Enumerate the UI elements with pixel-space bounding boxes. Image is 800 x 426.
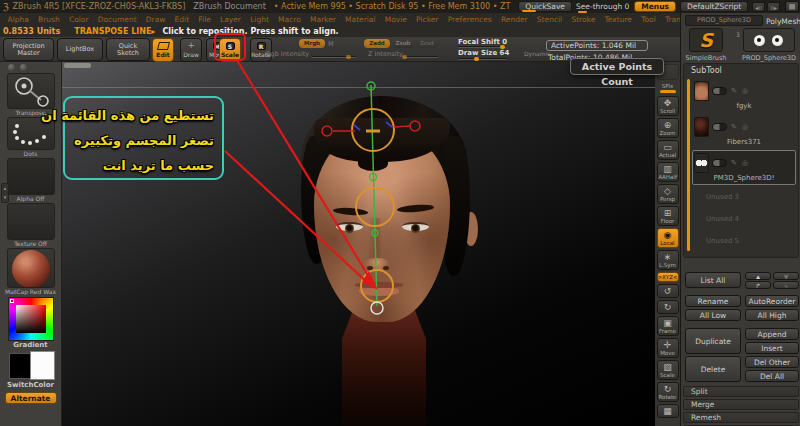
shelf-aahalf-button[interactable]: ▥AAHalf <box>657 162 679 182</box>
list-all-button[interactable]: List All <box>685 272 741 288</box>
see-through-slider[interactable]: See-through 0 <box>576 2 629 11</box>
menu-stencil[interactable]: Stencil <box>532 15 567 24</box>
menu-color[interactable]: Color <box>64 15 93 24</box>
quicksave-button[interactable]: QuickSave <box>518 1 572 12</box>
shelf-rotate-ccw-button[interactable]: ↺ <box>657 284 679 298</box>
current-alpha-tile[interactable] <box>7 158 55 195</box>
current-brush-thumbnail[interactable]: S <box>689 28 723 52</box>
visibility-toggle[interactable] <box>712 159 727 167</box>
subtool-scrollbar[interactable] <box>687 79 690 251</box>
menu-file[interactable]: File <box>194 15 216 24</box>
zcut-toggle[interactable]: Zcut <box>416 39 438 48</box>
all-high-button[interactable]: All High <box>745 309 799 321</box>
shelf-actual-button[interactable]: ▭Actual <box>657 140 679 160</box>
shelf-spix-button[interactable]: SPix <box>657 82 679 94</box>
subtool-unused-slot[interactable]: Unused 6 <box>692 252 796 258</box>
shelf-scroll-button[interactable]: ✥Scroll <box>657 96 679 116</box>
menu-texture[interactable]: Texture <box>600 15 637 24</box>
insert-button[interactable]: Insert <box>745 342 799 354</box>
zsub-toggle[interactable]: Zsub <box>392 39 414 48</box>
menu-layer[interactable]: Layer <box>215 15 245 24</box>
paint-icon[interactable]: ✎ <box>731 123 737 131</box>
paint-icon[interactable]: ✎ <box>731 87 737 95</box>
nav-right-button[interactable]: ⁞⁞▸ <box>767 2 780 12</box>
subtool-unused-slot[interactable]: Unused 4 <box>692 208 796 230</box>
menu-macro[interactable]: Macro <box>273 15 305 24</box>
canvas-scroll-nub[interactable] <box>64 63 91 68</box>
menu-edit[interactable]: Edit <box>170 15 194 24</box>
menu-brush[interactable]: Brush <box>34 15 65 24</box>
current-material-tile[interactable] <box>7 248 55 288</box>
subtool-unused-slot[interactable]: Unused 5 <box>692 230 796 252</box>
dock-left-icon[interactable]: ▤ <box>785 1 799 12</box>
append-button[interactable]: Append <box>745 328 799 340</box>
menu-document[interactable]: Document <box>93 15 141 24</box>
rename-button[interactable]: Rename <box>685 295 741 307</box>
section-row-split[interactable]: Split <box>683 386 799 397</box>
menu-picker[interactable]: Picker <box>412 15 444 24</box>
shelf-floor-button[interactable]: ⊞Floor <box>657 206 679 226</box>
menu-preferences[interactable]: Preferences <box>443 15 496 24</box>
section-row-remesh[interactable]: Remesh <box>683 412 799 423</box>
del-all-button[interactable]: Del All <box>745 370 799 382</box>
color-picker-square[interactable] <box>16 305 46 333</box>
shelf-rotate-cw-button[interactable]: ↻ <box>657 300 679 314</box>
menu-marker[interactable]: Marker <box>305 15 340 24</box>
reorder-arrow-button[interactable]: ▼ <box>773 272 799 280</box>
shelf-scale-button[interactable]: ▧Scale <box>657 360 679 380</box>
edit-button[interactable]: Edit <box>152 38 174 62</box>
default-zscript-button[interactable]: DefaultZScript <box>680 1 748 12</box>
subtool-row[interactable]: ✎◎Fibers371 <box>692 114 796 149</box>
menu-material[interactable]: Material <box>340 15 380 24</box>
tool-name-field[interactable]: PROD_Sphere3D <box>685 15 763 26</box>
projection-master-button[interactable]: Projection Master <box>3 38 54 61</box>
scale-button[interactable]: S Scale <box>219 38 241 62</box>
shelf-grid-button[interactable]: ▦ <box>657 404 679 418</box>
menu-render[interactable]: Render <box>496 15 532 24</box>
menu-alpha[interactable]: Alpha <box>3 15 34 24</box>
menu-light[interactable]: Light <box>246 15 274 24</box>
shelf-lsym-button[interactable]: ∗L.Sym <box>657 250 679 270</box>
shelf-frame-button[interactable]: ▣Frame <box>657 316 679 336</box>
shelf-zoom-button[interactable]: ⊕Zoom <box>657 118 679 138</box>
menus-button[interactable]: Menus <box>634 1 676 12</box>
z-intensity-slider[interactable] <box>404 56 438 58</box>
delete-button[interactable]: Delete <box>685 356 741 382</box>
secondary-color-swatch[interactable] <box>30 351 55 380</box>
menu-tool[interactable]: Tool <box>637 15 661 24</box>
reorder-arrow-button[interactable]: ↱ <box>745 281 771 289</box>
visibility-toggle[interactable] <box>712 123 727 131</box>
subtool-unused-slot[interactable]: Unused 3 <box>692 186 796 208</box>
shelf-persp-button[interactable]: ◇Persp <box>657 184 679 204</box>
duplicate-button[interactable]: Duplicate <box>685 328 741 354</box>
shelf-local-button[interactable]: ◉Local <box>657 228 679 248</box>
eye-icon[interactable]: ◎ <box>742 87 748 95</box>
tray-knob-icon[interactable] <box>8 64 15 71</box>
spix-slider[interactable] <box>660 90 676 93</box>
shelf-rotate-button[interactable]: ↻Rotate <box>657 382 679 402</box>
tray-knob-icon[interactable] <box>20 64 27 71</box>
nav-left-button[interactable]: ◂⁞⁞ <box>752 2 765 12</box>
menu-draw[interactable]: Draw <box>141 15 170 24</box>
paint-icon[interactable]: ✎ <box>731 159 737 167</box>
main-color-swatch[interactable] <box>9 353 31 379</box>
shelf-move-button[interactable]: ✛Move <box>657 338 679 358</box>
alternate-button[interactable]: Alternate <box>5 392 57 404</box>
menu-movie[interactable]: Movie <box>380 15 411 24</box>
menu-transform[interactable]: Transform <box>660 15 680 24</box>
current-texture-tile[interactable] <box>7 203 55 240</box>
all-low-button[interactable]: All Low <box>685 309 741 321</box>
mrgb-toggle[interactable]: Mrgb <box>299 39 325 48</box>
quick-sketch-button[interactable]: Quick Sketch <box>106 38 150 61</box>
focal-shift-slider[interactable] <box>458 46 506 48</box>
subtool-row[interactable]: ✎◎PM3D_Sphere3D! <box>692 150 796 185</box>
color-picker[interactable] <box>8 297 54 341</box>
draw-size-slider[interactable] <box>458 58 506 60</box>
zadd-toggle[interactable]: Zadd <box>364 39 390 48</box>
reorder-arrow-button[interactable]: ▲ <box>745 272 771 280</box>
subtool-header[interactable]: SubTool <box>684 64 798 76</box>
visibility-toggle[interactable] <box>712 87 727 95</box>
subtool-row[interactable]: ✎◎fgyk <box>692 78 796 113</box>
tray-resize-handle[interactable]: ▴▾ <box>1 183 9 203</box>
eye-icon[interactable]: ◎ <box>742 159 748 167</box>
